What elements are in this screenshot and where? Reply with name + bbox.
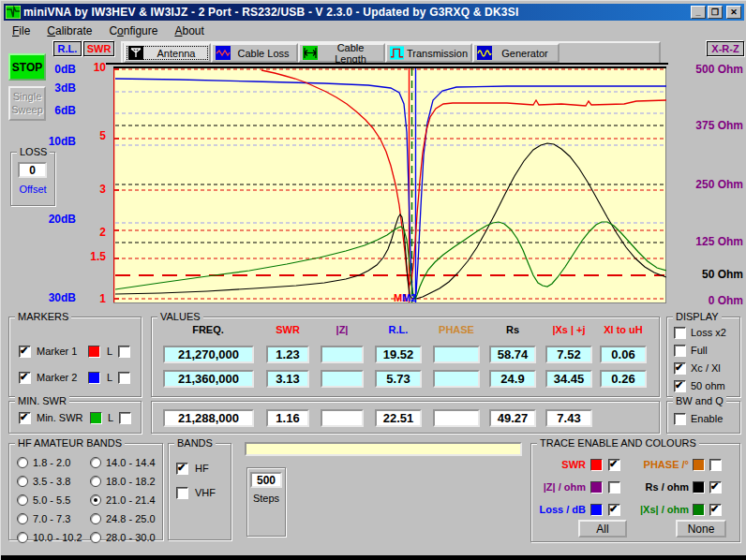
bw-q-group-title: BW and Q bbox=[673, 395, 726, 406]
marker1-color-swatch[interactable] bbox=[88, 346, 100, 358]
menu-file[interactable]: File bbox=[4, 22, 38, 39]
trace-loss-checkbox[interactable] bbox=[608, 504, 620, 516]
marker1-l-checkbox[interactable] bbox=[118, 346, 130, 358]
fifty-ohm-label: 50 ohm bbox=[691, 380, 725, 391]
min-swr-l-checkbox[interactable] bbox=[119, 412, 131, 424]
swr-tick-2: 2 bbox=[82, 226, 106, 239]
swr-tick-3: 3 bbox=[82, 183, 106, 196]
trace-rs-swatch[interactable] bbox=[693, 481, 705, 494]
band-label-12m: 24.8 - 25.0 bbox=[106, 513, 156, 524]
band-label-60m: 5.0 - 5.5 bbox=[33, 494, 70, 506]
band-label-160m: 1.8 - 2.0 bbox=[33, 457, 70, 468]
stop-button[interactable]: STOP bbox=[8, 53, 46, 81]
transmission-mode-button[interactable]: Transmission bbox=[385, 43, 472, 63]
vhf-checkbox[interactable] bbox=[176, 487, 188, 499]
maximize-button[interactable]: ❐ bbox=[708, 6, 723, 19]
band-radio-80m[interactable] bbox=[17, 476, 28, 487]
rl-tick-3db: 3dB bbox=[44, 81, 76, 95]
band-radio-30m[interactable] bbox=[17, 532, 28, 543]
hf-bands-group-title: HF AMATEUR BANDS bbox=[15, 437, 125, 449]
values-header-swr: SWR bbox=[264, 324, 311, 335]
band-radio-15m[interactable] bbox=[90, 494, 101, 506]
swr-axis-header: SWR bbox=[83, 41, 114, 56]
antenna-mode-button[interactable]: Antenna bbox=[124, 43, 211, 63]
marker1-rs-value: 58.74 bbox=[489, 346, 536, 363]
generator-mode-button[interactable]: Generator bbox=[472, 43, 560, 63]
band-label-80m: 3.5 - 3.8 bbox=[33, 476, 70, 487]
trace-xs-checkbox[interactable] bbox=[709, 504, 722, 516]
hf-checkbox[interactable] bbox=[176, 463, 188, 475]
sweep-chart-area[interactable]: M1 M2 bbox=[113, 66, 666, 303]
menu-calibrate[interactable]: Calibrate bbox=[38, 22, 100, 39]
values-header-xl: Xl to uH bbox=[600, 324, 647, 335]
band-radio-40m[interactable] bbox=[17, 513, 28, 524]
trace-loss-swatch[interactable] bbox=[590, 504, 603, 516]
trace-swr-checkbox[interactable] bbox=[608, 459, 620, 471]
marker2-l-checkbox[interactable] bbox=[118, 372, 130, 384]
trace-swr-swatch[interactable] bbox=[590, 459, 603, 471]
marker2-xl-value: 0.26 bbox=[600, 370, 647, 388]
loss-offset-input[interactable]: 0 bbox=[18, 162, 47, 178]
trace-z-checkbox[interactable] bbox=[608, 481, 620, 494]
marker2-z-value bbox=[321, 370, 364, 388]
xc-xl-checkbox[interactable] bbox=[674, 362, 686, 375]
menu-configure[interactable]: Configure bbox=[100, 22, 166, 39]
trace-z-label: |Z| / ohm bbox=[531, 481, 586, 493]
min-swr-group-title: MIN. SWR bbox=[15, 395, 69, 406]
full-checkbox[interactable] bbox=[674, 345, 686, 357]
app-icon bbox=[6, 6, 21, 19]
trace-loss-db bbox=[115, 79, 666, 299]
trace-z-swatch[interactable] bbox=[590, 481, 603, 494]
min-swr-label: Min. SWR bbox=[37, 412, 83, 423]
min-z-value bbox=[321, 409, 364, 427]
close-button[interactable]: ✕ bbox=[726, 6, 741, 19]
bw-q-enable-label: Enable bbox=[691, 413, 723, 424]
min-swr-color-swatch[interactable] bbox=[90, 412, 102, 424]
cable-length-mode-button[interactable]: Cable Length bbox=[298, 43, 385, 63]
values-group: VALUES FREQ. SWR |Z| R.L. PHASE Rs |Xs |… bbox=[151, 317, 660, 397]
single-sweep-button[interactable]: Single Sweep bbox=[8, 86, 46, 121]
trace-all-button[interactable]: All bbox=[578, 520, 627, 538]
values-header-rs: Rs bbox=[489, 324, 536, 335]
min-swr-value: 1.16 bbox=[266, 409, 309, 427]
band-radio-17m[interactable] bbox=[90, 476, 101, 487]
band-radio-20m[interactable] bbox=[90, 457, 101, 468]
marker1-label: Marker 1 bbox=[37, 346, 77, 357]
band-radio-160m[interactable] bbox=[17, 457, 28, 468]
trace-none-button[interactable]: None bbox=[676, 520, 726, 538]
antenna-mode-label: Antenna bbox=[146, 48, 206, 59]
steps-group: 500 Steps bbox=[246, 467, 286, 537]
sweep-chart bbox=[113, 66, 666, 303]
band-radio-60m[interactable] bbox=[17, 494, 28, 506]
min-freq-value: 21,288,000 bbox=[163, 409, 254, 427]
values-header-freq: FREQ. bbox=[171, 324, 246, 335]
min-phase-value bbox=[433, 409, 480, 427]
panel-divider bbox=[106, 63, 668, 65]
trace-xs-swatch[interactable] bbox=[693, 504, 705, 516]
trace-phase-swatch[interactable] bbox=[693, 459, 705, 471]
trace-rs-checkbox[interactable] bbox=[709, 481, 722, 494]
marker2-color-swatch[interactable] bbox=[88, 372, 100, 384]
hf-bands-group: HF AMATEUR BANDS 1.8 - 2.0 3.5 - 3.8 5.0… bbox=[8, 443, 163, 540]
marker2-chart-label: M2 bbox=[402, 292, 416, 303]
marker1-phase-value bbox=[433, 346, 480, 363]
trace-phase-checkbox[interactable] bbox=[709, 459, 722, 471]
trace-loss-label: Loss / dB bbox=[531, 504, 586, 515]
menu-about[interactable]: About bbox=[166, 22, 212, 39]
steps-label: Steps bbox=[247, 493, 285, 504]
marker2-checkbox[interactable] bbox=[19, 372, 31, 384]
min-swr-checkbox[interactable] bbox=[19, 412, 31, 424]
band-label-10m: 28.0 - 30.0 bbox=[106, 532, 156, 543]
fifty-ohm-checkbox[interactable] bbox=[674, 380, 686, 392]
cable-loss-mode-button[interactable]: Cable Loss bbox=[211, 43, 298, 63]
band-radio-10m[interactable] bbox=[90, 532, 101, 543]
rl-axis-header: R.L. bbox=[53, 41, 82, 56]
band-radio-12m[interactable] bbox=[90, 513, 101, 524]
minimize-button[interactable]: _ bbox=[691, 6, 706, 19]
steps-input[interactable]: 500 bbox=[250, 472, 282, 488]
loss-x2-checkbox[interactable] bbox=[674, 327, 686, 339]
bw-q-enable-checkbox[interactable] bbox=[674, 413, 686, 425]
band-label-20m: 14.0 - 14.4 bbox=[106, 457, 156, 468]
values-group-title: VALUES bbox=[157, 311, 203, 322]
marker1-checkbox[interactable] bbox=[19, 346, 31, 358]
